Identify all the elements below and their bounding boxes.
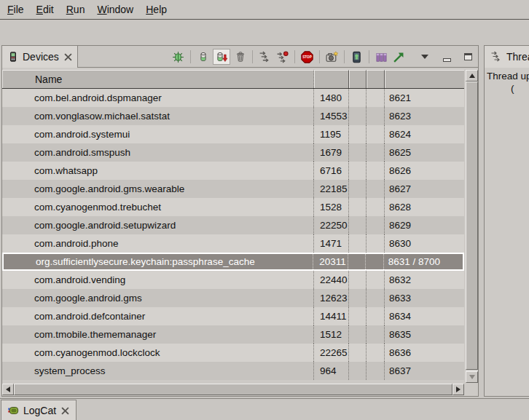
column-header-name[interactable]: Name [2,70,314,88]
tab-devices[interactable]: Devices [2,46,78,68]
cell-name: com.vonglasow.michael.satstat [2,107,314,125]
cell-pid: 12623 [314,289,349,307]
svg-text:STOP: STOP [302,55,312,59]
cell-empty [349,271,367,289]
cell-empty [349,198,367,216]
toolbar-separator [294,50,295,63]
threads-tabbar: Threads [485,46,529,68]
table-row[interactable]: com.cyanogenmod.trebuchet15288628 [2,198,464,216]
cell-port: 8625 [385,143,464,162]
cell-empty [349,162,367,180]
cell-pid: 1195 [314,125,349,143]
table-header: Name [2,70,464,89]
vertical-scrollbar[interactable] [466,70,478,383]
cell-empty [367,289,385,307]
minimize-icon[interactable] [439,49,455,65]
debug-process-icon[interactable] [171,49,186,65]
menu-window[interactable]: Window [97,4,133,15]
start-opengl-trace-icon[interactable] [391,49,407,65]
cell-port: 8624 [385,125,464,143]
table-row[interactable]: org.sufficientlysecure.keychain:passphra… [2,253,464,271]
tab-devices-label: Devices [23,51,59,63]
capture-systrace-icon[interactable] [374,49,389,65]
dump-hprof-icon[interactable] [213,49,230,65]
table-row[interactable]: com.android.defcontainer144118634 [2,307,464,325]
cell-port: 8630 [385,234,464,253]
menubar: FileEditRunWindowHelp [0,0,529,20]
cell-pid: 6716 [314,162,349,180]
cell-pid: 22250 [314,216,349,234]
table-row[interactable]: com.android.phone14718630 [2,234,464,253]
scroll-right-button[interactable] [452,384,464,395]
menu-edit[interactable]: Edit [36,4,54,15]
table-row[interactable]: com.google.android.gms126238633 [2,289,464,307]
menu-file[interactable]: File [7,4,24,15]
dump-view-hierarchy-icon[interactable] [349,49,364,65]
column-header-pid[interactable] [314,70,349,88]
table-row[interactable]: com.android.smspush16798625 [2,143,464,162]
cell-port: 8626 [385,162,464,180]
cell-name: system_process [2,362,314,380]
table-row[interactable]: com.whatsapp67168626 [2,162,464,180]
maximize-icon[interactable] [461,49,476,65]
cell-pid: 14411 [314,307,349,325]
horizontal-scrollbar-thumb[interactable] [14,384,452,395]
cause-gc-icon[interactable] [232,49,248,65]
table-row[interactable]: com.cyanogenmod.lockclock222658636 [2,344,464,362]
menu-help[interactable]: Help [146,4,167,15]
cell-empty [366,254,384,269]
cell-empty [367,325,385,344]
cell-empty [349,143,367,162]
cell-name: com.google.android.setupwizard [2,216,314,234]
cell-empty [367,344,385,362]
start-method-profiling-icon[interactable] [275,49,290,65]
cell-empty [349,234,367,253]
cell-empty [349,180,367,198]
cell-empty [349,307,367,325]
update-heap-icon[interactable] [195,49,211,65]
menu-run[interactable]: Run [66,4,85,15]
column-header-status1[interactable] [349,70,367,88]
scroll-down-button[interactable] [466,371,478,383]
cell-empty [349,362,367,380]
cell-empty [349,216,367,234]
cell-port: 8633 [385,289,464,307]
cell-name: com.google.android.gms [2,289,314,307]
close-icon[interactable] [60,406,70,416]
vertical-scrollbar-thumb[interactable] [466,82,478,370]
table-row[interactable]: com.android.systemui11958624 [2,125,464,143]
table-row[interactable]: com.android.vending224408632 [2,271,464,289]
scroll-up-button[interactable] [466,70,478,82]
tab-threads[interactable]: Threads [485,46,529,68]
table-row[interactable]: com.google.android.setupwizard222508629 [2,216,464,234]
devices-toolbar: STOP [171,46,476,68]
cell-empty [349,125,367,143]
cell-pid: 14553 [314,107,349,125]
column-header-port[interactable] [385,70,464,88]
cell-name: com.cyanogenmod.trebuchet [2,198,314,216]
table-row[interactable]: com.vonglasow.michael.satstat145538623 [2,107,464,125]
table-row[interactable]: com.bel.android.dspmanager14808621 [2,89,464,107]
cell-empty [349,325,367,344]
cell-empty [367,162,385,180]
phone-device-icon [8,52,18,62]
stop-process-icon[interactable]: STOP [299,49,315,65]
table-row[interactable]: com.tmobile.thememanager15128635 [2,325,464,344]
sash-vertical[interactable] [479,45,484,397]
cell-empty [367,180,385,198]
screen-capture-icon[interactable] [324,49,340,65]
scroll-left-button[interactable] [2,384,14,395]
update-threads-icon[interactable] [257,49,273,65]
table-row[interactable]: system_process9648637 [2,362,464,380]
cell-name: com.android.systemui [2,125,314,143]
process-list: com.bel.android.dspmanager14808621com.vo… [2,89,464,380]
horizontal-scrollbar[interactable] [2,384,464,395]
cell-pid: 1480 [314,89,349,107]
close-icon[interactable] [63,52,73,62]
table-row[interactable]: com.google.android.gms.wearable221858627 [2,180,464,198]
cell-name: org.sufficientlysecure.keychain:passphra… [4,254,313,269]
column-header-status2[interactable] [367,70,385,88]
cell-pid: 964 [314,362,349,380]
view-menu-icon[interactable] [417,49,432,65]
tab-logcat[interactable]: LogCat [1,400,77,420]
